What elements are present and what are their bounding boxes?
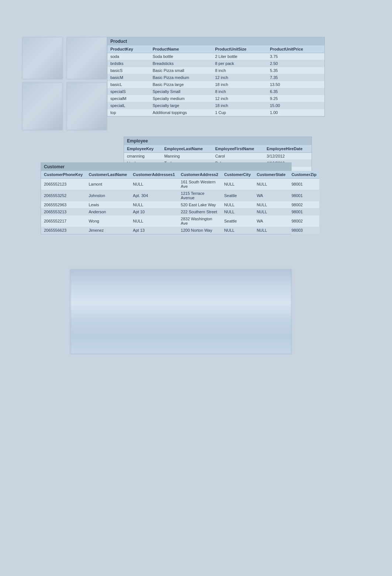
table-cell: 15.00	[267, 102, 324, 109]
table-cell: 12 inch	[212, 74, 267, 81]
table-cell: Specialty large	[149, 102, 212, 109]
table-cell: Basic Pizza medium	[149, 74, 212, 81]
customer-table-row: 2065552123LamontNULL161 South Western Av…	[41, 179, 319, 190]
table-cell: Basic Pizza large	[149, 81, 212, 88]
table-cell: Seattle	[221, 215, 254, 227]
product-table-wrapper: Product ProductKey ProductName ProductUn…	[107, 37, 325, 117]
table-cell: basicS	[107, 67, 149, 74]
table-cell: 3.75	[267, 53, 324, 60]
table-cell: 2832 Washington Ave	[178, 215, 221, 227]
employee-table-title: Employee	[124, 137, 312, 145]
table-cell: Lewis	[86, 201, 130, 208]
table-cell: Wong	[86, 215, 130, 227]
table-cell: Apt 10	[130, 208, 178, 215]
table-cell: Apt 13	[130, 227, 178, 234]
table-cell: NULL	[254, 227, 288, 234]
page-container: Product ProductKey ProductName ProductUn…	[0, 0, 392, 576]
employee-table-row: cmanningManningCarol3/12/2012	[124, 153, 312, 160]
cust-col-zip: CustomerZip	[289, 171, 320, 179]
product-col-price: ProductUnitPrice	[267, 45, 324, 53]
table-cell: NULL	[254, 208, 288, 215]
product-table-row: specialMSpecialty medium12 inch9.25	[107, 95, 324, 102]
product-table-row: sodaSoda bottle2 Liter bottle3.75	[107, 53, 324, 60]
table-cell: 2065553213	[41, 208, 86, 215]
thumbnail-row-2	[22, 82, 107, 130]
table-cell: NULL	[254, 179, 288, 190]
table-cell: 2065552217	[41, 215, 86, 227]
table-cell: NULL	[130, 179, 178, 190]
table-cell: 222 Southern Street	[178, 208, 221, 215]
cust-col-lastname: CustomerLastName	[86, 171, 130, 179]
table-cell: brdstks	[107, 60, 149, 67]
cust-col-state: CustomerState	[254, 171, 288, 179]
table-cell: basicM	[107, 74, 149, 81]
product-table-header: ProductKey ProductName ProductUnitSize P…	[107, 45, 324, 53]
thumbnail-4	[66, 82, 107, 130]
emp-col-key: EmployeeKey	[124, 145, 161, 153]
table-cell: NULL	[221, 201, 254, 208]
table-cell: Specialty medium	[149, 95, 212, 102]
table-cell: 2065552123	[41, 179, 86, 190]
table-cell: Apt. 304	[130, 190, 178, 201]
table-cell: Specialty Small	[149, 88, 212, 95]
table-cell: Manning	[161, 153, 212, 160]
customer-table-row: 2065552217WongNULL2832 Washington AveSea…	[41, 215, 319, 227]
cust-col-city: CustomerCity	[221, 171, 254, 179]
table-cell: specialM	[107, 95, 149, 102]
product-table-title: Product	[107, 37, 324, 45]
table-cell: 2065552963	[41, 201, 86, 208]
table-cell: 8 inch	[212, 67, 267, 74]
table-cell: 6.35	[267, 88, 324, 95]
table-cell: 3/12/2012	[264, 153, 312, 160]
customer-table-title: Customer	[41, 163, 291, 171]
table-cell: Basic Pizza small	[149, 67, 212, 74]
table-cell: 1215 Terrace Avenue	[178, 190, 221, 201]
table-cell: specialL	[107, 102, 149, 109]
cust-col-addr1: CustomerAddresses1	[130, 171, 178, 179]
table-cell: 12 inch	[212, 95, 267, 102]
cust-col-addr2: CustomerAddress2	[178, 171, 221, 179]
table-cell: Jimenez	[86, 227, 130, 234]
product-table-row: basicMBasic Pizza medium12 inch7.35	[107, 74, 324, 81]
table-cell: soda	[107, 53, 149, 60]
table-cell: specialS	[107, 88, 149, 95]
table-cell: 98001	[289, 179, 320, 190]
table-cell: 98001	[289, 190, 320, 201]
customer-table-container: Customer CustomerPhoneKey CustomerLastNa…	[41, 162, 292, 234]
thumbnail-3	[22, 82, 63, 130]
emp-col-firstname: EmployeeFirstName	[212, 145, 264, 153]
product-table-row: specialLSpecialty large18 inch15.00	[107, 102, 324, 109]
emp-col-lastname: EmployeeLastName	[161, 145, 212, 153]
customer-table-row: 2065556623JimenezApt 131200 Norton WayNU…	[41, 227, 319, 234]
table-cell: 13.50	[267, 81, 324, 88]
table-cell: WA	[254, 190, 288, 201]
table-cell: Additional toppings	[149, 109, 212, 116]
table-cell: NULL	[221, 208, 254, 215]
customer-table-wrapper: Customer CustomerPhoneKey CustomerLastNa…	[41, 162, 292, 234]
table-cell: 1.00	[267, 109, 324, 116]
table-cell: NULL	[221, 179, 254, 190]
table-cell: 2 Liter bottle	[212, 53, 267, 60]
product-table-row: specialSSpecialty Small8 inch6.35	[107, 88, 324, 95]
table-cell: NULL	[130, 215, 178, 227]
table-cell: 8 per pack	[212, 60, 267, 67]
product-table: ProductKey ProductName ProductUnitSize P…	[107, 45, 324, 116]
table-cell: NULL	[254, 201, 288, 208]
table-cell: 18 inch	[212, 81, 267, 88]
bottom-table-container	[70, 269, 292, 354]
table-cell: 9.25	[267, 95, 324, 102]
thumbnail-2	[66, 37, 107, 79]
customer-table: CustomerPhoneKey CustomerLastName Custom…	[41, 171, 319, 234]
table-cell: 1200 Norton Way	[178, 227, 221, 234]
table-cell: 98002	[289, 215, 320, 227]
product-table-container: Product ProductKey ProductName ProductUn…	[107, 37, 325, 117]
table-cell: 98002	[289, 201, 320, 208]
table-cell: Breadsticks	[149, 60, 212, 67]
table-cell: cmanning	[124, 153, 161, 160]
bottom-blurred-table	[70, 269, 292, 354]
table-cell: WA	[254, 215, 288, 227]
cust-col-phone: CustomerPhoneKey	[41, 171, 86, 179]
product-col-key: ProductKey	[107, 45, 149, 53]
customer-table-row: 2065553252JohnstonApt. 3041215 Terrace A…	[41, 190, 319, 201]
table-cell: 98003	[289, 227, 320, 234]
